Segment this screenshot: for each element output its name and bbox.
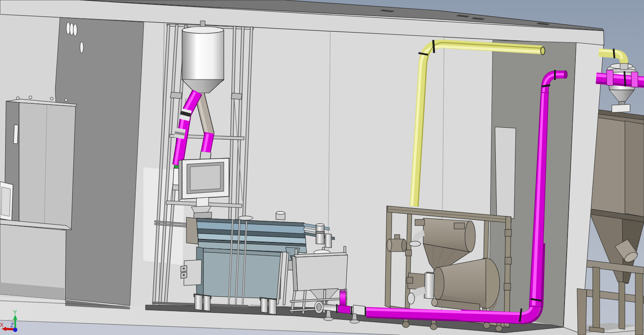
svg-text:X: X [0, 322, 3, 328]
svg-text:Y: Y [13, 309, 17, 315]
svg-text:Z: Z [10, 322, 13, 328]
